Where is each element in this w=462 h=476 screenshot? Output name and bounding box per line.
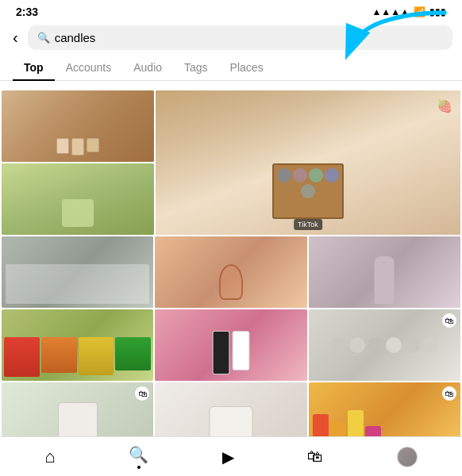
- bottom-nav: ⌂ 🔍 ▶ 🛍: [0, 436, 462, 476]
- battery-icon: ▮▮▮: [429, 6, 446, 17]
- tiktok-badge: TikTok: [294, 219, 322, 230]
- image-grid: TikTok 🍓: [0, 90, 462, 436]
- status-icons: ▲▲▲▲ 📶 ▮▮▮: [372, 6, 446, 17]
- status-time: 2:33: [16, 6, 38, 18]
- signal-icon: ▲▲▲▲: [372, 6, 410, 17]
- tabs-bar: Top Accounts Audio Tags Places: [0, 55, 462, 81]
- search-icon: 🔍: [37, 32, 50, 44]
- nav-home[interactable]: ⌂: [38, 443, 61, 470]
- tab-top[interactable]: Top: [13, 55, 55, 80]
- grid-item[interactable]: 🛍: [2, 382, 153, 436]
- active-dot: [137, 466, 141, 469]
- tab-tags[interactable]: Tags: [173, 55, 219, 80]
- tab-places[interactable]: Places: [219, 55, 275, 80]
- grid-item[interactable]: candle: [155, 382, 306, 436]
- grid-item[interactable]: [2, 309, 153, 381]
- nav-shop[interactable]: 🛍: [301, 444, 329, 469]
- shop-icon: 🛍: [307, 447, 323, 466]
- grid-item[interactable]: [2, 236, 153, 308]
- grid-item[interactable]: TikTok 🍓: [156, 90, 460, 235]
- search-input-wrap[interactable]: 🔍 candles: [28, 25, 452, 50]
- back-button[interactable]: ‹: [10, 27, 21, 48]
- tab-accounts[interactable]: Accounts: [55, 55, 123, 80]
- grid-item[interactable]: 🛍: [309, 309, 460, 381]
- grid-item[interactable]: [309, 236, 460, 308]
- nav-profile[interactable]: [391, 443, 424, 470]
- grid-item[interactable]: [2, 90, 154, 162]
- grid-item[interactable]: 🛍: [309, 382, 460, 436]
- grid-item[interactable]: [2, 163, 154, 235]
- search-query: candles: [55, 31, 96, 44]
- reels-icon: ▶: [222, 447, 234, 466]
- home-icon: ⌂: [44, 447, 55, 467]
- tab-audio[interactable]: Audio: [122, 55, 173, 80]
- grid-item[interactable]: [155, 309, 306, 381]
- grid-item[interactable]: [155, 236, 306, 308]
- shop-badge: 🛍: [135, 386, 149, 401]
- wifi-icon: 📶: [414, 6, 425, 17]
- nav-reels[interactable]: ▶: [216, 444, 241, 470]
- avatar: [397, 447, 418, 467]
- search-bar-container: ‹ 🔍 candles: [0, 22, 462, 55]
- nav-search[interactable]: 🔍: [122, 442, 155, 472]
- status-bar: 2:33 ▲▲▲▲ 📶 ▮▮▮: [0, 0, 462, 22]
- search-icon: 🔍: [129, 445, 148, 464]
